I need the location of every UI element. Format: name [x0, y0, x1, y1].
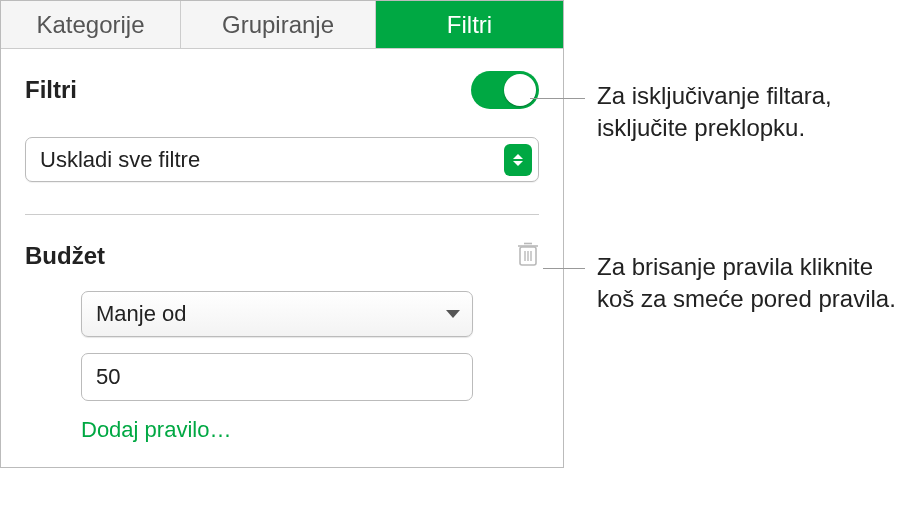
callout-trash: Za brisanje pravila kliknite koš za smeć… [597, 251, 908, 316]
panel-content: Filtri Uskladi sve filtre Budžet [1, 49, 563, 467]
rule-header-row: Budžet [25, 241, 539, 271]
updown-caret-icon [504, 144, 532, 176]
divider [25, 214, 539, 215]
chevron-down-icon [446, 310, 460, 318]
filters-panel: Kategorije Grupiranje Filtri Filtri Uskl… [0, 0, 564, 468]
callout-toggle: Za isključivanje filtara, isključite pre… [597, 80, 908, 145]
tab-filtri[interactable]: Filtri [376, 1, 563, 48]
filters-toggle[interactable] [471, 71, 539, 109]
condition-value: Manje od [96, 301, 187, 327]
toggle-knob [504, 74, 536, 106]
tabs-bar: Kategorije Grupiranje Filtri [1, 1, 563, 49]
condition-select[interactable]: Manje od [81, 291, 473, 337]
callout-line-toggle [530, 98, 585, 99]
rule-body: Manje od Dodaj pravilo… [25, 291, 539, 443]
callout-line-trash [543, 268, 585, 269]
filters-section-title: Filtri [25, 76, 77, 104]
delete-rule-button[interactable] [517, 241, 539, 271]
rule-title: Budžet [25, 242, 105, 270]
tab-kategorije[interactable]: Kategorije [1, 1, 181, 48]
add-rule-button[interactable]: Dodaj pravilo… [81, 417, 539, 443]
match-mode-select[interactable]: Uskladi sve filtre [25, 137, 539, 182]
match-mode-value: Uskladi sve filtre [40, 147, 200, 173]
tab-grupiranje[interactable]: Grupiranje [181, 1, 376, 48]
filters-header-row: Filtri [25, 71, 539, 109]
rule-value-input[interactable] [81, 353, 473, 401]
trash-icon [517, 241, 539, 267]
